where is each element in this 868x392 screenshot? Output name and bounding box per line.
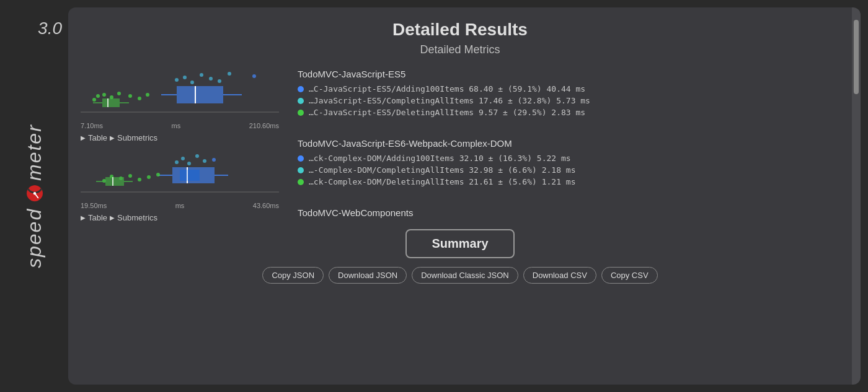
svg-point-8 [209, 77, 213, 81]
metric-text: …C-JavaScript-ES5/DeletingAllItems 9.57 … [309, 108, 585, 117]
summary-button[interactable]: Summary [405, 229, 514, 258]
chart-svg-es6 [81, 149, 279, 198]
svg-point-4 [175, 78, 179, 82]
metric-text: …ck-Complex-DOM/DeletingAllItems 21.61 ±… [309, 177, 575, 186]
chart-es6-max: 43.60ms [253, 202, 279, 209]
chart-es6-min: 19.50ms [81, 202, 107, 209]
metric-item: …ck-Complex-DOM/DeletingAllItems 21.61 ±… [298, 177, 839, 186]
svg-rect-39 [180, 170, 200, 181]
metric-text: …ck-Complex-DOM/Adding100Items 32.10 ± (… [309, 154, 571, 163]
chart-es5-max: 210.60ms [249, 122, 279, 129]
metric-text: …-Complex-DOM/CompletingAllItems 32.98 ±… [309, 165, 575, 175]
content-area: Detailed Results Detailed Metrics [68, 7, 852, 385]
metric-group-es6-title: TodoMVC-JavaScript-ES6-Webpack-Complex-D… [298, 138, 839, 149]
svg-point-33 [203, 159, 206, 163]
metric-item: …C-JavaScript-ES5/DeletingAllItems 9.57 … [298, 108, 839, 117]
chart-block-es6: 19.50ms ms 43.60ms ▶ Table ▶ Submetrics [81, 149, 291, 222]
svg-rect-12 [177, 86, 223, 103]
content-body: 7.10ms ms 210.60ms ▶ Table ▶ Submetrics [81, 69, 839, 223]
title-speed: speed [23, 208, 46, 268]
metric-dot-blue [298, 86, 304, 92]
svg-point-32 [195, 154, 199, 158]
metric-item: …ck-Complex-DOM/Adding100Items 32.10 ± (… [298, 154, 839, 163]
action-buttons: Copy JSON Download JSON Download Classic… [262, 267, 657, 284]
metric-text: …C-JavaScript-ES5/Adding100Items 68.40 ±… [309, 84, 585, 94]
submetrics-toggle-2[interactable]: Submetrics [117, 213, 157, 222]
submetrics-arrow-icon-2: ▶ [110, 214, 115, 221]
copy-json-button[interactable]: Copy JSON [262, 267, 324, 284]
chart-block-es5: 7.10ms ms 210.60ms ▶ Table ▶ Submetrics [81, 69, 291, 142]
svg-rect-48 [105, 177, 124, 186]
svg-rect-16 [102, 98, 120, 107]
table-arrow-icon-2: ▶ [81, 214, 86, 221]
svg-point-34 [212, 158, 216, 162]
metric-item: …JavaScript-ES5/CompletingAllItems 17.46… [298, 96, 839, 105]
metric-item: …-Complex-DOM/CompletingAllItems 32.98 ±… [298, 165, 839, 175]
svg-point-6 [190, 81, 194, 84]
metric-group-es6: TodoMVC-JavaScript-ES6-Webpack-Complex-D… [298, 138, 839, 189]
metric-group-es5: TodoMVC-JavaScript-ES5 …C-JavaScript-ES5… [298, 69, 839, 120]
metric-dot-blue [298, 155, 304, 162]
svg-point-7 [200, 73, 203, 77]
download-classic-json-button[interactable]: Download Classic JSON [412, 267, 518, 284]
table-arrow-icon: ▶ [81, 134, 86, 141]
svg-point-20 [96, 94, 100, 98]
svg-point-24 [117, 92, 121, 95]
svg-point-45 [138, 178, 141, 181]
svg-point-44 [128, 174, 132, 178]
scrollbar-track[interactable] [852, 7, 861, 385]
chart-es6-controls: ▶ Table ▶ Submetrics [81, 213, 291, 222]
table-toggle[interactable]: Table [88, 133, 107, 142]
sidebar: speed meter 3.0 [0, 0, 68, 392]
chart-es5-axis: 7.10ms ms 210.60ms [81, 122, 279, 129]
chart-es6-mid: ms [175, 202, 185, 209]
svg-point-21 [92, 98, 96, 102]
svg-point-47 [156, 173, 160, 176]
download-csv-button[interactable]: Download CSV [523, 267, 596, 284]
charts-column: 7.10ms ms 210.60ms ▶ Table ▶ Submetrics [81, 69, 291, 223]
svg-point-30 [181, 157, 185, 160]
svg-point-10 [228, 72, 231, 76]
table-toggle-2[interactable]: Table [88, 213, 107, 222]
svg-point-46 [147, 175, 151, 179]
svg-point-31 [187, 162, 191, 165]
svg-point-23 [110, 95, 113, 99]
chart-es6-axis: 19.50ms ms 43.60ms [81, 202, 279, 209]
metric-dot-cyan [298, 167, 304, 173]
svg-point-26 [138, 97, 141, 100]
page-title: Detailed Results [392, 20, 528, 40]
main-panel: Detailed Results Detailed Metrics [68, 7, 861, 385]
submetrics-arrow-icon: ▶ [110, 134, 115, 141]
svg-point-27 [146, 93, 149, 97]
section-title: Detailed Metrics [420, 43, 500, 56]
svg-point-22 [102, 93, 106, 97]
chart-es5-mid: ms [172, 122, 181, 129]
web-components-title: TodoMVC-WebComponents [298, 207, 839, 218]
download-json-button[interactable]: Download JSON [329, 267, 407, 284]
svg-point-5 [183, 76, 187, 79]
metric-group-es5-title: TodoMVC-JavaScript-ES5 [298, 69, 839, 79]
metrics-column: TodoMVC-JavaScript-ES5 …C-JavaScript-ES5… [298, 69, 839, 223]
chart-svg-es5 [81, 69, 279, 118]
chart-es5-min: 7.10ms [81, 122, 103, 129]
app-version: 3.0 [38, 19, 62, 38]
submetrics-toggle[interactable]: Submetrics [117, 133, 157, 142]
scrollbar-thumb[interactable] [854, 20, 859, 94]
copy-csv-button[interactable]: Copy CSV [601, 267, 658, 284]
metric-item: …C-JavaScript-ES5/Adding100Items 68.40 ±… [298, 84, 839, 94]
title-meter: meter [23, 124, 46, 181]
metric-dot-green [298, 110, 304, 116]
app-title: speed meter [22, 124, 46, 268]
metric-text: …JavaScript-ES5/CompletingAllItems 17.46… [309, 96, 590, 105]
svg-point-29 [175, 160, 179, 164]
speedometer-icon [24, 183, 46, 206]
svg-point-2 [33, 192, 37, 195]
bottom-section: Summary Copy JSON Download JSON Download… [81, 229, 839, 284]
svg-point-25 [128, 94, 132, 98]
chart-es5-controls: ▶ Table ▶ Submetrics [81, 133, 291, 142]
svg-point-9 [218, 79, 221, 83]
metric-dot-green [298, 179, 304, 185]
svg-point-11 [252, 74, 256, 78]
metric-dot-cyan [298, 98, 304, 104]
